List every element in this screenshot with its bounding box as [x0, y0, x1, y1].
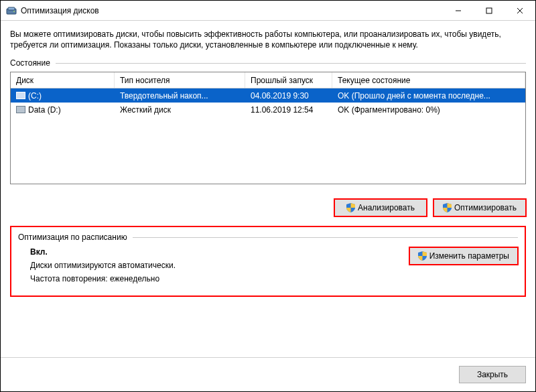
titlebar: Оптимизация дисков — [1, 1, 535, 21]
disk-state: OK (Фрагментировано: 0%) — [332, 105, 525, 115]
disk-state: OK (Прошло дней с момента последне... — [332, 91, 525, 101]
minimize-button[interactable] — [443, 1, 474, 21]
schedule-status: Вкл. — [30, 247, 409, 257]
disk-row[interactable]: (C:) Твердотельный накоп... 04.06.2019 9… — [11, 88, 525, 103]
divider — [133, 237, 518, 238]
change-settings-label: Изменить параметры — [429, 251, 509, 261]
col-header-type[interactable]: Тип носителя — [115, 72, 245, 88]
window-title: Оптимизация дисков — [21, 6, 99, 15]
shield-icon — [346, 203, 355, 212]
disk-list-header: Диск Тип носителя Прошлый запуск Текущее… — [11, 72, 525, 88]
disk-icon — [16, 92, 25, 99]
action-buttons: Анализировать Оптимизировать — [10, 199, 526, 216]
schedule-info: Вкл. Диски оптимизируются автоматически.… — [18, 242, 409, 283]
disk-row[interactable]: Data (D:) Жесткий диск 11.06.2019 12:54 … — [11, 103, 525, 117]
intro-text: Вы можете оптимизировать диски, чтобы по… — [10, 29, 526, 50]
svg-rect-1 — [8, 7, 15, 10]
content: Вы можете оптимизировать диски, чтобы по… — [1, 21, 535, 357]
disk-list[interactable]: Диск Тип носителя Прошлый запуск Текущее… — [10, 72, 526, 184]
close-button[interactable] — [505, 1, 535, 21]
window: Оптимизация дисков Вы можете оптимизиров… — [0, 0, 536, 392]
state-label-text: Состояние — [10, 58, 50, 68]
svg-point-2 — [13, 11, 15, 12]
disk-last-run: 11.06.2019 12:54 — [245, 105, 332, 115]
divider — [56, 63, 526, 64]
analyze-button[interactable]: Анализировать — [334, 199, 427, 216]
col-header-last[interactable]: Прошлый запуск — [245, 72, 332, 88]
svg-rect-4 — [486, 8, 492, 13]
close-label: Закрыть — [477, 370, 508, 379]
disk-name: Data (D:) — [28, 105, 61, 115]
schedule-title: Оптимизация по расписанию — [18, 233, 127, 242]
analyze-label: Анализировать — [358, 203, 415, 212]
col-header-state[interactable]: Текущее состояние — [332, 72, 525, 88]
shield-icon — [443, 203, 452, 212]
disk-type: Твердотельный накоп... — [115, 91, 245, 101]
col-header-disk[interactable]: Диск — [11, 72, 115, 88]
shield-icon — [418, 251, 427, 261]
app-icon — [6, 5, 17, 16]
maximize-button[interactable] — [474, 1, 505, 21]
schedule-section: Оптимизация по расписанию Вкл. Диски опт… — [10, 226, 526, 297]
disk-last-run: 04.06.2019 9:30 — [245, 91, 332, 101]
optimize-button[interactable]: Оптимизировать — [433, 199, 526, 216]
optimize-label: Оптимизировать — [454, 203, 517, 212]
footer: Закрыть — [1, 357, 535, 391]
disk-icon — [16, 106, 25, 113]
schedule-line1: Диски оптимизируются автоматически. — [30, 261, 409, 270]
change-settings-button[interactable]: Изменить параметры — [409, 247, 518, 265]
state-section-label: Состояние — [10, 58, 526, 68]
disk-name: (C:) — [28, 91, 42, 101]
schedule-line2: Частота повторения: еженедельно — [30, 274, 409, 283]
close-button-footer[interactable]: Закрыть — [459, 366, 526, 383]
disk-type: Жесткий диск — [115, 105, 245, 115]
